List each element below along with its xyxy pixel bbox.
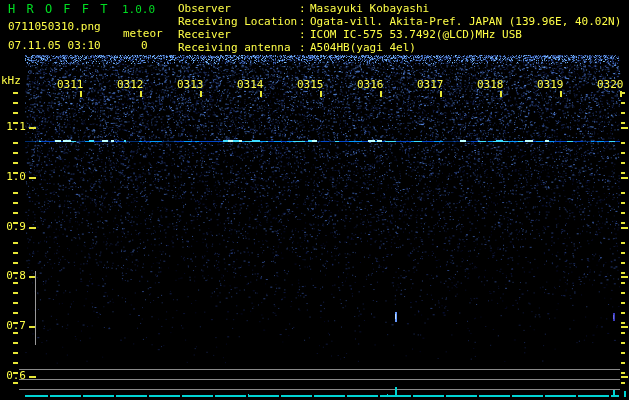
separator: :	[299, 42, 310, 54]
receiving-antenna-value: A504HB(yagi 4el)	[310, 42, 416, 54]
capture-datetime: 07.11.05 03:10	[8, 40, 101, 52]
receiver-row: Receiver : ICOM IC-575 53.7492(@LCD)MHz …	[178, 29, 522, 41]
receiving-location-label: Receiving Location	[178, 16, 299, 28]
observer-value: Masayuki Kobayashi	[310, 3, 429, 15]
receiving-location-value: Ogata-vill. Akita-Pref. JAPAN (139.96E, …	[310, 16, 621, 28]
capture-filename: 0711050310.png	[8, 21, 101, 33]
freq-axis-label: 0.6	[0, 370, 26, 382]
receiving-antenna-row: Receiving antenna : A504HB(yagi 4el)	[178, 42, 416, 54]
echo-count: 0	[141, 40, 148, 52]
time-axis-label: 0317	[417, 79, 444, 91]
receiver-value: ICOM IC-575 53.7492(@LCD)MHz USB	[310, 29, 522, 41]
freq-axis-label: 0.7	[0, 320, 26, 332]
receiving-antenna-label: Receiving antenna	[178, 42, 299, 54]
receiver-label: Receiver	[178, 29, 299, 41]
time-axis-label: 0311	[57, 79, 84, 91]
freq-axis-unit: kHz	[1, 75, 21, 87]
time-axis-label: 0316	[357, 79, 384, 91]
freq-axis-label: 0.9	[0, 221, 26, 233]
hrofft-screen: H R O F F T 1.0.0 0711050310.png meteor …	[0, 0, 629, 400]
observer-row: Observer : Masayuki Kobayashi	[178, 3, 429, 15]
time-axis-label: 0315	[297, 79, 324, 91]
separator: :	[299, 29, 310, 41]
observer-label: Observer	[178, 3, 299, 15]
separator: :	[299, 16, 310, 28]
separator: :	[299, 3, 310, 15]
freq-axis-label: 0.8	[0, 270, 26, 282]
app-version: 1.0.0	[122, 4, 155, 16]
spectrogram-canvas	[0, 0, 629, 400]
app-title: H R O F F T	[8, 3, 109, 15]
time-axis-label: 0320	[597, 79, 624, 91]
receiving-location-row: Receiving Location : Ogata-vill. Akita-P…	[178, 16, 621, 28]
time-axis-label: 0314	[237, 79, 264, 91]
time-axis-label: 0319	[537, 79, 564, 91]
time-axis-label: 0318	[477, 79, 504, 91]
freq-axis-label: 1.1	[0, 121, 26, 133]
time-axis-label: 0312	[117, 79, 144, 91]
freq-axis-label: 1.0	[0, 171, 26, 183]
time-axis-label: 0313	[177, 79, 204, 91]
